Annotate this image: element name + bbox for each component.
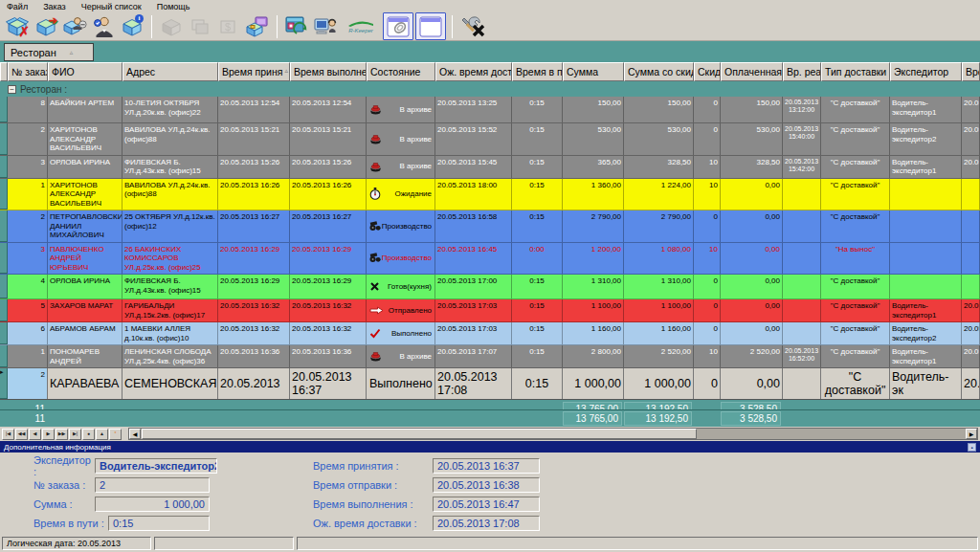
- collapse-icon[interactable]: −: [8, 85, 16, 94]
- nav-refresh-button[interactable]: ●: [82, 429, 95, 440]
- table-row[interactable]: 3ОРЛОВА ИРИНАФИЛЕВСКАЯ Б. УЛ.д.43к.кв. (…: [0, 156, 980, 179]
- group-row[interactable]: − Ресторан :: [0, 81, 980, 97]
- order-info-button[interactable]: i: [119, 13, 145, 39]
- column-header-disc[interactable]: Скидка: [694, 62, 721, 81]
- cell-status: Производство: [367, 210, 435, 242]
- nav-filter-button[interactable]: *: [109, 429, 122, 440]
- column-header-t_upd[interactable]: Врем: [962, 62, 980, 81]
- delete-order-button[interactable]: ✗: [4, 13, 31, 39]
- done-time-label: Время выполнения :: [313, 498, 433, 510]
- table-row[interactable]: 1ХАРИТОНОВ АЛЕКСАНДР ВАСИЛЬЕВИЧВАВИЛОВА …: [0, 179, 980, 211]
- column-header-sum_d[interactable]: Сумма со скид: [624, 62, 694, 81]
- cell-t_upd: [962, 179, 980, 210]
- column-header-num[interactable]: № заказ: [8, 62, 48, 81]
- cell-sum: 365,00: [563, 156, 624, 178]
- cell-fio: ПЕТРОПАВЛОВСКИЙ ДАНИИЛ МИХАЙЛОВИЧ: [48, 210, 122, 242]
- summary-footer: 11 13 765,00 13 192,50 3 528,50: [0, 409, 980, 427]
- menu-item-3[interactable]: Помощь: [157, 2, 190, 11]
- column-header-paid[interactable]: Оплаченная: [721, 62, 783, 81]
- column-header-t_exp[interactable]: Ож. время доста: [435, 62, 512, 81]
- scrollbar-thumb[interactable]: [142, 429, 697, 439]
- sum-field[interactable]: 1 000,00: [95, 497, 210, 512]
- cell-t_real: [783, 322, 821, 344]
- column-header-t_done[interactable]: Время выполне: [290, 62, 367, 81]
- plain-view-toggle[interactable]: [415, 12, 446, 40]
- ready-x-icon: [369, 281, 380, 292]
- exchange-button[interactable]: [283, 13, 310, 39]
- cell-status: Отправлено: [367, 299, 435, 321]
- expected-time-field[interactable]: 20.05.2013 17:08: [433, 516, 540, 531]
- restore-order-button[interactable]: ➔: [33, 13, 59, 39]
- nav-next-page-button[interactable]: ▶▶: [56, 429, 68, 440]
- scroll-right-icon[interactable]: ▶: [966, 429, 977, 439]
- cell-t_upd: 20.05.20: [962, 299, 980, 321]
- cell-num: 8: [8, 97, 48, 122]
- menu-item-2[interactable]: Черный список: [81, 2, 142, 11]
- cell-sum: 150,00: [563, 97, 624, 122]
- client-button[interactable]: [90, 13, 117, 39]
- cell-t_done: 20.05.2013 15:26: [290, 156, 367, 178]
- cell-t_real: [783, 243, 821, 275]
- row-indicator: [0, 243, 8, 275]
- column-header-sum[interactable]: Сумма: [563, 62, 624, 81]
- clock-icon: [369, 188, 381, 200]
- column-header-addr[interactable]: Адрес: [122, 62, 218, 81]
- cell-status: В архиве: [367, 156, 435, 178]
- column-header-status[interactable]: Состояние: [367, 62, 435, 81]
- expeditor-field[interactable]: Водитель-экспедитор2: [95, 458, 217, 474]
- table-row[interactable]: 6АБРАМОВ АБРАМ1 МАЕВКИ АЛЛЕЯ д.10к.кв. (…: [0, 322, 980, 345]
- column-header-t_real[interactable]: Вр. реал: [783, 62, 821, 81]
- remove-courier-button[interactable]: [61, 13, 88, 39]
- column-header-t_way[interactable]: Время в пут: [512, 62, 563, 81]
- table-row[interactable]: 2ХАРИТОНОВ АЛЕКСАНДР ВАСИЛЬЕВИЧВАВИЛОВА …: [0, 123, 980, 156]
- expected-time-label: Ож. время доставки :: [313, 518, 433, 529]
- cell-status: Выполнено: [367, 322, 435, 344]
- status-panel-3: [297, 537, 978, 550]
- table-row[interactable]: 4ОРЛОВА ИРИНАФИЛЕВСКАЯ Б. УЛ.д.43к.кв. (…: [0, 275, 980, 299]
- panel-pin-button[interactable]: ▪: [968, 443, 976, 452]
- attached-docs-toggle[interactable]: [383, 12, 413, 40]
- cell-fio: КАРАВАЕВА: [48, 368, 122, 399]
- settings-close-button[interactable]: [458, 13, 491, 39]
- cell-fio: ОРЛОВА ИРИНА: [48, 275, 122, 298]
- column-header-fio[interactable]: ФИО: [48, 62, 122, 81]
- row-indicator: [0, 97, 8, 122]
- nav-prior-page-button[interactable]: ◀◀: [15, 429, 28, 440]
- cell-addr: 25 ОКТЯБРЯ УЛ.д.12к.кв. (офис)12: [122, 210, 218, 242]
- table-row-selected[interactable]: ▸2КАРАВАЕВАСЕМЕНОВСКАЯ20.05.201320.05.20…: [0, 368, 980, 400]
- column-header-t_acc[interactable]: Время приня▵: [218, 62, 290, 81]
- nav-edit-button[interactable]: ▲: [96, 429, 108, 440]
- send-time-field[interactable]: 20.05.2013 16:38: [433, 477, 540, 493]
- horizontal-scrollbar[interactable]: ◀ ▶: [128, 428, 978, 440]
- accept-time-field[interactable]: 20.05.2013 16:37: [433, 458, 540, 474]
- menu-item-1[interactable]: Заказ: [43, 2, 66, 11]
- travel-time-field[interactable]: 0:15: [108, 516, 210, 531]
- cell-t_upd: 20.05.20: [962, 97, 980, 122]
- table-row[interactable]: 2ПЕТРОПАВЛОВСКИЙ ДАНИИЛ МИХАЙЛОВИЧ25 ОКТ…: [0, 210, 980, 243]
- cell-sum_d: 2 520,00: [624, 345, 694, 367]
- support-button[interactable]: [312, 13, 339, 39]
- column-header-dtype[interactable]: Тип доставки: [821, 62, 890, 81]
- cell-dtype: "С доставкой": [821, 123, 890, 155]
- menu-item-0[interactable]: Файл: [7, 2, 28, 11]
- cell-t_way: 0:00: [512, 243, 563, 275]
- scroll-left-icon[interactable]: ◀: [129, 429, 141, 439]
- nav-last-button[interactable]: ▶|: [69, 429, 81, 440]
- cell-status: Готов(кухня): [367, 275, 435, 298]
- table-row[interactable]: 1ПОНОМАРЕВ АНДРЕЙЛЕНИНСКАЯ СЛОБОДА УЛ.д.…: [0, 345, 980, 368]
- cell-fio: ПОНОМАРЕВ АНДРЕЙ: [48, 345, 122, 367]
- column-header-exped[interactable]: Экспедитор: [890, 62, 962, 81]
- table-row[interactable]: 3ПАВЛЮЧЕНКО АНДРЕЙ ЮРЬЕВИЧ26 БАКИНСКИХ К…: [0, 243, 980, 276]
- nav-first-button[interactable]: |◀: [2, 429, 14, 440]
- archive-box-button[interactable]: [244, 13, 271, 39]
- cell-fio: ПАВЛЮЧЕНКО АНДРЕЙ ЮРЬЕВИЧ: [48, 243, 122, 275]
- tab-restoran[interactable]: Ресторан ▵: [4, 43, 94, 61]
- table-row[interactable]: 8АБАЙКИН АРТЕМ10-ЛЕТИЯ ОКТЯБРЯ УЛ.д.20к.…: [0, 97, 980, 123]
- nav-next-button[interactable]: ▶: [42, 429, 55, 440]
- cell-t_done: 20.05.2013 16:32: [290, 322, 367, 344]
- cell-num: 2: [8, 210, 48, 242]
- table-row[interactable]: 5ЗАХАРОВ МАРАТГАРИБАЛЬДИ УЛ.д.15к.2кв. (…: [0, 299, 980, 322]
- order-number-field[interactable]: 2: [95, 477, 210, 493]
- nav-prior-button[interactable]: ◀: [29, 429, 41, 440]
- done-time-field[interactable]: 20.05.2013 16:47: [433, 497, 540, 512]
